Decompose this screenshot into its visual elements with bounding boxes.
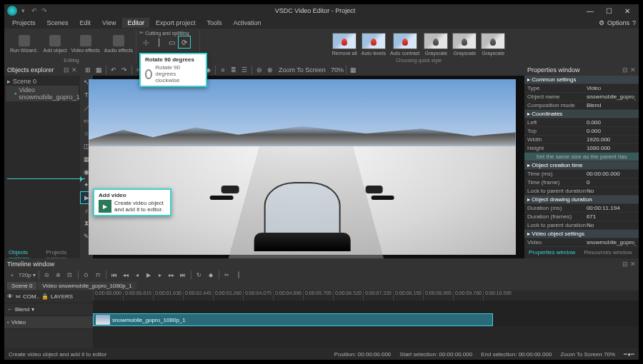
prop-row[interactable]: Duration (ms)00:00:11.194 bbox=[524, 204, 639, 213]
remove-all-button[interactable]: Remove all bbox=[331, 31, 359, 57]
auto-contrast-button[interactable]: Auto contrast bbox=[389, 31, 421, 57]
pt-al[interactable]: ≡ bbox=[218, 65, 228, 75]
close-panel-icon[interactable]: ✕ bbox=[630, 66, 636, 74]
gear-icon[interactable]: ⚙ bbox=[599, 19, 604, 26]
pt-ar[interactable]: ☰ bbox=[239, 65, 249, 75]
prop-row[interactable]: Lock to parent durationNo bbox=[524, 221, 639, 230]
pt-redo[interactable]: ↷ bbox=[119, 65, 129, 75]
tl-snap[interactable]: ⊓ bbox=[93, 272, 103, 278]
pt-1[interactable]: ⊞ bbox=[83, 65, 93, 75]
tool-anchor[interactable]: ⊹ bbox=[139, 36, 152, 49]
prop-row[interactable]: Composition modeBlend bbox=[524, 101, 639, 110]
track-video[interactable]: ▪Video bbox=[4, 316, 93, 329]
ruler-tick[interactable]: 0:00:04.890 bbox=[273, 290, 303, 300]
ruler-tick[interactable]: 0:00:08.150 bbox=[393, 290, 423, 300]
grayscale-1-button[interactable]: Grayscale bbox=[422, 31, 449, 57]
ruler-tick[interactable]: 0:00:09.780 bbox=[453, 290, 483, 300]
prop-row[interactable]: Duration (frames)671 bbox=[524, 213, 639, 221]
menu-tools[interactable]: Tools bbox=[201, 18, 226, 28]
tl-clip-tab[interactable]: Video snowmobile_gopro_1080p_1 bbox=[38, 282, 136, 290]
grayscale-2-button[interactable]: Grayscale bbox=[451, 31, 478, 57]
timeline-clip[interactable]: snowmobile_gopro_1080p_1 bbox=[93, 313, 493, 326]
timeline-ruler[interactable]: 0:00:00.0000:00:00.8150:00:01.6300:00:02… bbox=[93, 290, 639, 300]
ruler-tick[interactable]: 0:00:01.630 bbox=[153, 290, 183, 300]
video-effects-button[interactable]: Video effects bbox=[70, 31, 101, 57]
link-icon[interactable]: ⫘ bbox=[15, 293, 21, 300]
auto-levels-button[interactable]: Auto levels bbox=[360, 31, 387, 57]
tl-cut[interactable]: ✂ bbox=[222, 272, 232, 278]
tl-res[interactable]: 720p bbox=[19, 272, 31, 278]
prop-row[interactable]: Videosnowmobile_gopro_1080p bbox=[524, 238, 639, 247]
ruler-tick[interactable]: 0:00:00.000 bbox=[93, 290, 123, 300]
tl-mag[interactable]: ⊙ bbox=[81, 272, 91, 278]
add-object-button[interactable]: Add object bbox=[41, 31, 68, 57]
tl-zi[interactable]: ⊕ bbox=[54, 272, 64, 278]
zoom-value[interactable]: 70% bbox=[331, 66, 344, 74]
tl-end[interactable]: ⏭ bbox=[178, 272, 188, 278]
pt-2[interactable]: ▦ bbox=[94, 65, 104, 75]
menu-editor[interactable]: Editor bbox=[122, 18, 149, 28]
ruler-tick[interactable]: 0:00:10.595 bbox=[483, 290, 513, 300]
maximize-button[interactable]: ☐ bbox=[600, 5, 617, 16]
close-panel-icon[interactable]: ✕ bbox=[630, 261, 636, 268]
tool-cut[interactable]: ▭ bbox=[165, 36, 178, 49]
tl-mark[interactable]: ◆ bbox=[206, 272, 216, 278]
properties-list[interactable]: ▸ Common settingsTypeVideoObject namesno… bbox=[524, 76, 639, 248]
tl-prev[interactable]: ◂◂ bbox=[121, 272, 131, 278]
qa-save-icon[interactable]: ▾ bbox=[21, 7, 29, 14]
prop-row[interactable]: Lock to parent durationNo bbox=[524, 187, 639, 196]
tl-loop[interactable]: ↻ bbox=[194, 272, 204, 278]
menu-projects[interactable]: Projects bbox=[7, 18, 41, 28]
tl-back[interactable]: ◂ bbox=[132, 272, 142, 278]
tl-split[interactable]: ⎮ bbox=[234, 272, 244, 278]
tab-resources[interactable]: Resources window bbox=[579, 248, 636, 258]
tl-fwd[interactable]: ▸ bbox=[155, 272, 165, 278]
minimize-button[interactable]: — bbox=[582, 5, 599, 16]
menu-options[interactable]: Options bbox=[607, 19, 629, 26]
prop-row[interactable]: Top0.000 bbox=[524, 127, 639, 136]
pin-icon[interactable]: ⊟ bbox=[622, 261, 628, 268]
object-tree[interactable]: ▸Scene 0 ▪Video snowmobile_gopro_108 bbox=[4, 76, 80, 248]
close-button[interactable]: ✕ bbox=[619, 5, 636, 16]
preview-area[interactable]: ↖ T ／ ▭ ○ ◫ ▦ ◉ ✦ ▶ ♪ ⧗ ✎ bbox=[80, 76, 524, 258]
status-zoom-slider[interactable]: ━●━ bbox=[624, 351, 634, 358]
tl-zo[interactable]: ⊖ bbox=[42, 272, 52, 278]
prop-section-header[interactable]: ▸ Coordinates bbox=[524, 110, 639, 118]
prop-row[interactable]: Width1920.000 bbox=[524, 136, 639, 144]
close-panel-icon[interactable]: ✕ bbox=[71, 66, 77, 74]
prop-row[interactable]: TypeVideo bbox=[524, 84, 639, 93]
pt-undo[interactable]: ↶ bbox=[109, 65, 119, 75]
ruler-tick[interactable]: 0:00:00.815 bbox=[123, 290, 153, 300]
timeline-tracks[interactable]: 0:00:00.0000:00:00.8150:00:01.6300:00:02… bbox=[93, 290, 639, 348]
menu-export[interactable]: Export project bbox=[151, 18, 201, 28]
run-wizard-button[interactable]: Run Wizard.. bbox=[9, 31, 40, 57]
prop-row[interactable]: Object namesnowmobile_gopro_1080p_1 bbox=[524, 93, 639, 101]
ruler-tick[interactable]: 0:00:06.520 bbox=[333, 290, 363, 300]
tool-split[interactable]: ⎮ bbox=[152, 36, 165, 49]
prop-row[interactable]: Time (ms)00:00:00.000 bbox=[524, 170, 639, 178]
menu-scenes[interactable]: Scenes bbox=[42, 18, 74, 28]
audio-effects-button[interactable]: Audio effects bbox=[103, 31, 134, 57]
tl-fit[interactable]: ⊡ bbox=[65, 272, 75, 278]
prop-section-header[interactable]: ▸ Object creation time bbox=[524, 161, 639, 170]
tl-scene-tab[interactable]: Scene 0 bbox=[7, 282, 36, 290]
track-blend[interactable]: ←Blend▾ bbox=[4, 303, 93, 316]
prop-row[interactable]: Time (frame)0 bbox=[524, 178, 639, 187]
pt-ac[interactable]: ≣ bbox=[229, 65, 239, 75]
pin-icon[interactable]: ⊟ bbox=[64, 66, 69, 74]
tool-rotate-cw[interactable]: ⟳ bbox=[178, 36, 191, 49]
lock-icon[interactable]: 🔒 bbox=[41, 293, 49, 300]
ruler-tick[interactable]: 0:00:03.260 bbox=[213, 290, 243, 300]
prop-section-header[interactable]: ▸ Common settings bbox=[524, 76, 639, 84]
ruler-tick[interactable]: 0:00:02.445 bbox=[183, 290, 213, 300]
tab-objects-explorer[interactable]: Objects explorer bbox=[4, 248, 41, 258]
tab-properties[interactable]: Properties window bbox=[524, 248, 579, 258]
qa-undo-icon[interactable]: ↶ bbox=[31, 7, 39, 14]
tl-start[interactable]: ⏮ bbox=[109, 272, 119, 278]
qa-redo-icon[interactable]: ↷ bbox=[41, 7, 49, 14]
prop-section-header[interactable]: ▸ Video object settings bbox=[524, 230, 639, 238]
ruler-tick[interactable]: 0:00:05.705 bbox=[303, 290, 333, 300]
prop-section-header[interactable]: ▸ Object drawing duration bbox=[524, 196, 639, 204]
ruler-tick[interactable]: 0:00:04.075 bbox=[243, 290, 273, 300]
ruler-tick[interactable]: 0:00:07.335 bbox=[363, 290, 393, 300]
